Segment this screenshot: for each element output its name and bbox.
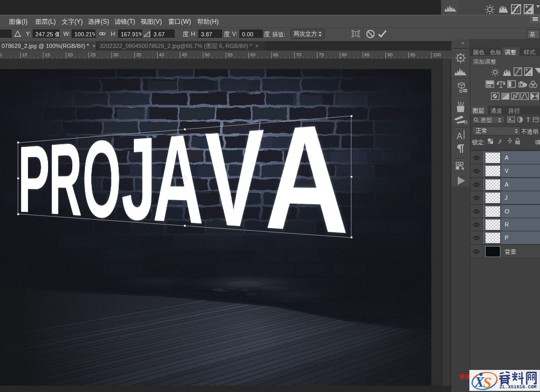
svg-text:A: A bbox=[457, 132, 462, 141]
svg-text:S: S bbox=[483, 374, 491, 390]
svg-text:T: T bbox=[526, 116, 531, 124]
